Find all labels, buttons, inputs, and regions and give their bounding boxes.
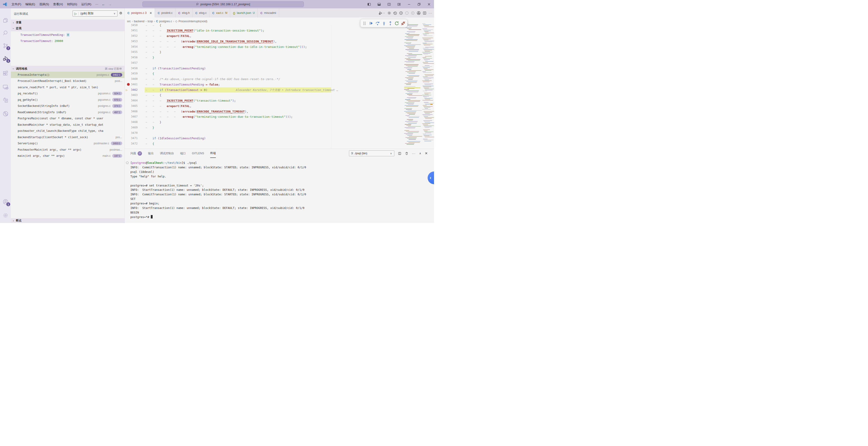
menu-item-v[interactable]: 查看(V) [51, 0, 65, 8]
menu-item-g[interactable]: 转到(G) [65, 0, 80, 8]
watch-expression[interactable]: TransactionTimeoutPending: 0 [11, 32, 124, 38]
git-graph-button[interactable] [417, 11, 421, 15]
split-terminal-icon[interactable] [398, 152, 401, 155]
tab-elog.h[interactable]: Celog.h [176, 8, 192, 18]
stack-frame[interactable]: ProcessClientReadInterrupt(_Bool blocked… [11, 78, 124, 84]
terminal-output[interactable]: [postgres@localhost:~/test/bin]$ ./psqlI… [125, 159, 434, 223]
code-line[interactable]: 3464→ → → INJECTION_POINT("transaction-t… [125, 98, 434, 103]
breadcrumb-item[interactable]: tcop [148, 20, 153, 23]
tab-xact.c[interactable]: Cxact.cM [210, 8, 230, 18]
stack-frame[interactable]: ServerLoop()postmaster.c1653:1 [11, 141, 124, 147]
code-line[interactable]: 3461→ → TransactionTimeoutPending·=·fals… [125, 82, 434, 87]
command-center-search[interactable]: postgres [SSH: 192.168.1.17_postgres] [143, 1, 304, 7]
menu-item-r[interactable]: 运行(R) [79, 0, 93, 8]
chevron-up-icon[interactable]: ∧ [419, 152, 421, 155]
step-out-button[interactable] [388, 21, 393, 25]
panel-tab-终端[interactable]: 终端 [210, 149, 216, 158]
stack-frame[interactable]: pq_getbyte()pqcomm.c970:1 [11, 97, 124, 103]
window-button-minimize-icon[interactable] [404, 0, 414, 8]
panel-tab-输出[interactable]: 输出 [148, 149, 154, 158]
stack-frame[interactable]: secure_read(Port * port, void * ptr, siz… [11, 84, 124, 91]
start-debug-icon[interactable]: ▷ [73, 12, 79, 16]
tab-postgres.c[interactable]: Cpostgres.c 3✕ [125, 8, 155, 18]
panel-tab-端口[interactable]: 端口 [180, 149, 186, 158]
tab-miscadmi[interactable]: Cmiscadmi [257, 8, 279, 18]
window-button-panel-bottom-icon[interactable] [374, 0, 384, 8]
tab-launch.json[interactable]: {}launch.jsonU [230, 8, 257, 18]
trash-icon[interactable] [405, 152, 408, 155]
gear-button[interactable] [387, 11, 391, 15]
code-line[interactable]: 3455→ → } [125, 50, 434, 55]
window-button-restore-icon[interactable] [414, 0, 424, 8]
more-actions-icon[interactable]: ··· [429, 11, 432, 15]
close-icon[interactable]: ✕ [425, 151, 428, 155]
code-line[interactable]: 3463→ → { [125, 93, 434, 98]
section-call-stack[interactable]: › 调用堆栈 因 step 已暂停 [11, 66, 124, 72]
code-line[interactable]: 3460→ → /*·As·above,·ignore·the·signal·i… [125, 77, 434, 82]
more-icon[interactable]: ··· [412, 152, 415, 155]
code-line[interactable]: 3465→ → → ereport(FATAL, [125, 103, 434, 109]
panel-tab-调试控制台[interactable]: 调试控制台 [160, 149, 174, 158]
nav-forward-arrow[interactable]: → [106, 2, 113, 6]
code-line[interactable]: 3454→ → → → → ·errmsg("terminating·conne… [125, 44, 434, 50]
stack-frame[interactable]: BackendStartup(ClientSocket * client_soc… [11, 134, 124, 141]
section-breakpoints[interactable]: › 断点 [11, 218, 124, 223]
activity-item-sync-docs[interactable] [0, 95, 11, 106]
code-line[interactable]: 3456→ } [125, 55, 434, 60]
nav-circle-button[interactable] [405, 11, 409, 15]
activity-item-remote-explorer[interactable] [0, 82, 11, 92]
section-watch[interactable]: › 监视 [11, 25, 124, 31]
breadcrumb-item[interactable]: src [127, 20, 131, 23]
stack-frame[interactable]: ProcessInterrupts()postgres.c3462:1 [11, 72, 124, 78]
code-line[interactable]: 3470 [125, 130, 434, 136]
code-line[interactable]: 3457 [125, 60, 434, 66]
panel-tab-问题[interactable]: 问题37 [130, 149, 142, 158]
window-button-layout-icon[interactable] [394, 0, 404, 8]
code-line[interactable]: 3458→ if·(TransactionTimeoutPending) [125, 66, 434, 71]
activity-item-account[interactable]: 1 [0, 196, 11, 207]
command-decoration-icon[interactable] [126, 161, 129, 164]
panel-tab-gitlens[interactable]: GITLENS [192, 149, 204, 158]
split-editor-button[interactable] [423, 11, 427, 15]
breadcrumb-item[interactable]: ProcessInterrupts(void) [179, 20, 207, 23]
run-debug-button[interactable] [378, 11, 382, 15]
menu-item-f[interactable]: 文件(F) [9, 0, 23, 8]
nav-back-arrow[interactable]: ← [100, 2, 106, 6]
step-over-button[interactable] [375, 21, 379, 25]
stack-frame[interactable]: postmaster_child_launch(BackendType chil… [11, 128, 124, 134]
code-line[interactable]: 3466→ → → → → (errcode(ERRCODE_TRANSACTI… [125, 109, 434, 114]
debug-config-dropdown[interactable]: ▷ (gdb) 附加 ∨ [72, 10, 118, 17]
restart-button[interactable] [395, 21, 399, 25]
minimap[interactable] [404, 23, 434, 149]
window-close-button[interactable] [424, 0, 434, 8]
step-into-button[interactable] [382, 21, 386, 25]
menu-item-[interactable]: ··· [93, 0, 100, 8]
activity-item-files[interactable] [0, 15, 11, 26]
code-line[interactable]: 3453→ → → → → (errcode(ERRCODE_IDLE_IN_T… [125, 39, 434, 44]
history-button[interactable] [393, 11, 397, 15]
code-line[interactable]: 3452→ → → ereport(FATAL, [125, 33, 434, 39]
tab-elog.c[interactable]: Celog.c [193, 8, 210, 18]
code-line[interactable]: 3472→ { [125, 141, 434, 147]
disconnect-button[interactable] [401, 21, 405, 25]
activity-item-settings-gear[interactable] [0, 210, 11, 221]
nav-back-button[interactable] [399, 11, 403, 15]
code-line[interactable]: 3459→ { [125, 71, 434, 77]
close-icon[interactable]: ✕ [149, 11, 152, 15]
chevron-down-button[interactable] [383, 11, 385, 15]
code-line[interactable]: 3451→ → → INJECTION_POINT("idle-in-trans… [125, 28, 434, 33]
section-variables[interactable]: › 变量 [11, 20, 124, 25]
stack-frame[interactable]: main(int argc, char ** argv)main.c197:1 [11, 153, 124, 159]
code-line[interactable]: 3462▷→ → if·(TransactionTimeout·>·0)Alex… [125, 87, 434, 93]
gear-icon[interactable]: ⚙ [119, 11, 122, 15]
terminal-selector[interactable]: 3: ./psql (bin) ∨ [349, 150, 394, 156]
code-area[interactable]: 3450→ → {3451→ → → INJECTION_POINT("idle… [125, 8, 434, 149]
menu-item-e[interactable]: 编辑(E) [23, 0, 37, 8]
activity-item-gitlens[interactable] [0, 108, 11, 119]
stack-frame[interactable]: ReadCommand(StringInfo inBuf)postgres.c4… [11, 109, 124, 116]
stack-frame[interactable]: BackendMain(char * startup_data, size_t … [11, 122, 124, 128]
code-line[interactable]: 3467→ → → → → ·errmsg("terminating·conne… [125, 114, 434, 120]
code-line[interactable]: 3471→ if·(IdleSessionTimeoutPending) [125, 136, 434, 141]
activity-item-debug[interactable]: 1 [0, 53, 11, 64]
activity-item-extensions[interactable] [0, 68, 11, 79]
